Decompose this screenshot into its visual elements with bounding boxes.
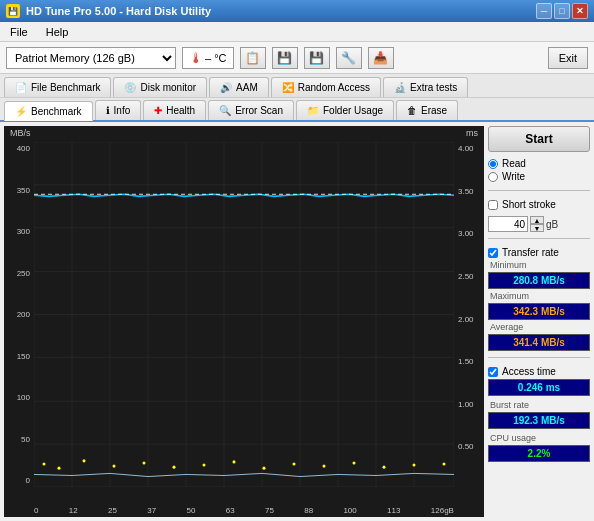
tab-erase[interactable]: 🗑 Erase bbox=[396, 100, 458, 120]
mbs-label: MB/s bbox=[10, 128, 31, 138]
spin-buttons: ▲ ▼ bbox=[530, 216, 544, 232]
tab-file-benchmark[interactable]: 📄 File Benchmark bbox=[4, 77, 111, 97]
divider-2 bbox=[488, 238, 590, 239]
tab-file-benchmark-label: File Benchmark bbox=[31, 82, 100, 93]
read-radio[interactable] bbox=[488, 159, 498, 169]
tab-disk-monitor[interactable]: 💿 Disk monitor bbox=[113, 77, 207, 97]
tab-benchmark-label: Benchmark bbox=[31, 106, 82, 117]
x-25: 25 bbox=[108, 506, 117, 515]
transfer-rate-section: Transfer rate Minimum 280.8 MB/s Maximum… bbox=[488, 245, 590, 351]
toolbar-btn-4[interactable]: 🔧 bbox=[336, 47, 362, 69]
thermometer-icon: 🌡 bbox=[189, 50, 203, 66]
toolbar-btn-5[interactable]: 📥 bbox=[368, 47, 394, 69]
erase-icon: 🗑 bbox=[407, 105, 417, 116]
tab-random-access[interactable]: 🔀 Random Access bbox=[271, 77, 381, 97]
health-icon: ✚ bbox=[154, 105, 162, 116]
tab-extra-tests[interactable]: 🔬 Extra tests bbox=[383, 77, 468, 97]
maximize-button[interactable]: □ bbox=[554, 3, 570, 19]
transfer-rate-row: Transfer rate bbox=[488, 247, 590, 258]
menu-file[interactable]: File bbox=[4, 24, 34, 40]
y-left-200: 200 bbox=[4, 310, 32, 319]
svg-point-31 bbox=[293, 462, 296, 465]
tab-erase-label: Erase bbox=[421, 105, 447, 116]
tabs-row1: 📄 File Benchmark 💿 Disk monitor 🔊 AAM 🔀 … bbox=[0, 74, 594, 98]
folder-usage-icon: 📁 bbox=[307, 105, 319, 116]
tab-health-label: Health bbox=[166, 105, 195, 116]
access-time-section: Access time 0.246 ms bbox=[488, 364, 590, 396]
exit-button[interactable]: Exit bbox=[548, 47, 588, 69]
menu-help[interactable]: Help bbox=[40, 24, 75, 40]
start-button[interactable]: Start bbox=[488, 126, 590, 152]
toolbar-btn-2[interactable]: 💾 bbox=[272, 47, 298, 69]
write-label: Write bbox=[502, 171, 525, 182]
svg-point-35 bbox=[413, 463, 416, 466]
access-time-row: Access time bbox=[488, 366, 590, 377]
tab-info-label: Info bbox=[114, 105, 131, 116]
extra-tests-icon: 🔬 bbox=[394, 82, 406, 93]
access-time-label: Access time bbox=[502, 366, 556, 377]
svg-point-28 bbox=[203, 463, 206, 466]
tab-extra-tests-label: Extra tests bbox=[410, 82, 457, 93]
toolbar: Patriot Memory (126 gB) 🌡 – °C 📋 💾 💾 🔧 📥… bbox=[0, 42, 594, 74]
read-option: Read bbox=[488, 158, 590, 169]
tab-aam[interactable]: 🔊 AAM bbox=[209, 77, 269, 97]
svg-point-26 bbox=[143, 461, 146, 464]
svg-point-29 bbox=[233, 460, 236, 463]
tab-folder-usage-label: Folder Usage bbox=[323, 105, 383, 116]
tab-aam-label: AAM bbox=[236, 82, 258, 93]
y-left-100: 100 bbox=[4, 393, 32, 402]
spin-up-button[interactable]: ▲ bbox=[530, 216, 544, 224]
y-right-200: 2.00 bbox=[456, 315, 484, 324]
short-stroke-label: Short stroke bbox=[502, 199, 556, 210]
y-axis-right: 4.00 3.50 3.00 2.50 2.00 1.50 1.00 0.50 bbox=[456, 142, 484, 487]
y-left-350: 350 bbox=[4, 186, 32, 195]
average-value: 341.4 MB/s bbox=[488, 334, 590, 351]
y-right-100: 1.00 bbox=[456, 400, 484, 409]
maximum-value: 342.3 MB/s bbox=[488, 303, 590, 320]
x-100: 100 bbox=[343, 506, 356, 515]
toolbar-btn-3[interactable]: 💾 bbox=[304, 47, 330, 69]
x-63: 63 bbox=[226, 506, 235, 515]
tab-error-scan[interactable]: 🔍 Error Scan bbox=[208, 100, 294, 120]
chart-top-labels: MB/s ms bbox=[4, 128, 484, 138]
spin-input[interactable] bbox=[488, 216, 528, 232]
cpu-usage-section: CPU usage 2.2% bbox=[488, 433, 590, 462]
y-axis-left: 400 350 300 250 200 150 100 50 0 bbox=[4, 142, 32, 487]
tab-benchmark[interactable]: ⚡ Benchmark bbox=[4, 101, 93, 121]
x-126: 126gB bbox=[431, 506, 454, 515]
tab-random-access-label: Random Access bbox=[298, 82, 370, 93]
short-stroke-checkbox[interactable] bbox=[488, 200, 498, 210]
toolbar-btn-1[interactable]: 📋 bbox=[240, 47, 266, 69]
access-time-value: 0.246 ms bbox=[488, 379, 590, 396]
divider-3 bbox=[488, 357, 590, 358]
transfer-rate-label: Transfer rate bbox=[502, 247, 559, 258]
tabs-row2: ⚡ Benchmark ℹ Info ✚ Health 🔍 Error Scan… bbox=[0, 98, 594, 122]
access-time-checkbox[interactable] bbox=[488, 367, 498, 377]
y-right-050: 0.50 bbox=[456, 442, 484, 451]
y-left-400: 400 bbox=[4, 144, 32, 153]
temp-value: – °C bbox=[205, 52, 227, 64]
minimum-label: Minimum bbox=[488, 260, 590, 270]
transfer-rate-checkbox[interactable] bbox=[488, 248, 498, 258]
temp-display: 🌡 – °C bbox=[182, 47, 234, 69]
error-scan-icon: 🔍 bbox=[219, 105, 231, 116]
average-label: Average bbox=[488, 322, 590, 332]
spin-down-button[interactable]: ▼ bbox=[530, 224, 544, 232]
close-button[interactable]: ✕ bbox=[572, 3, 588, 19]
tab-folder-usage[interactable]: 📁 Folder Usage bbox=[296, 100, 394, 120]
write-radio[interactable] bbox=[488, 172, 498, 182]
minimize-button[interactable]: ─ bbox=[536, 3, 552, 19]
tab-health[interactable]: ✚ Health bbox=[143, 100, 206, 120]
drive-select[interactable]: Patriot Memory (126 gB) bbox=[6, 47, 176, 69]
svg-point-24 bbox=[83, 459, 86, 462]
benchmark-icon: ⚡ bbox=[15, 106, 27, 117]
y-left-250: 250 bbox=[4, 269, 32, 278]
ms-label: ms bbox=[466, 128, 478, 138]
burst-rate-value: 192.3 MB/s bbox=[488, 412, 590, 429]
tab-info[interactable]: ℹ Info bbox=[95, 100, 142, 120]
spin-unit: gB bbox=[546, 219, 558, 230]
x-axis: 0 12 25 37 50 63 75 88 100 113 126gB bbox=[34, 506, 454, 515]
spin-row: ▲ ▼ gB bbox=[488, 216, 590, 232]
y-left-0: 0 bbox=[4, 476, 32, 485]
tab-disk-monitor-label: Disk monitor bbox=[140, 82, 196, 93]
